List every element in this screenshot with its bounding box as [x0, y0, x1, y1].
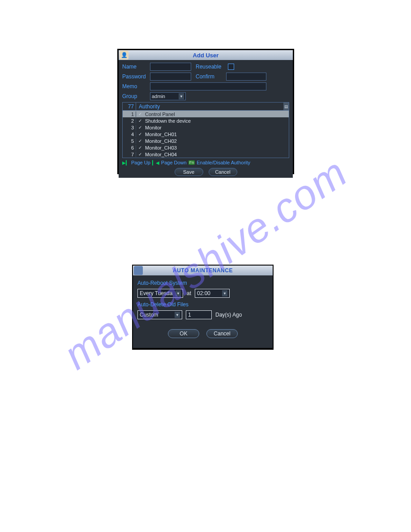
name-label: Name — [122, 64, 150, 70]
cancel-button[interactable]: Cancel — [206, 329, 238, 338]
auto-maint-title: AUTO MAINTENANCE — [133, 267, 273, 274]
dialog1-button-row: Save Cancel — [122, 168, 289, 176]
password-row: Password Confirm — [122, 73, 289, 81]
chevron-down-icon: ▼ — [175, 312, 180, 318]
authority-row-label: Monitor — [142, 125, 289, 130]
authority-table: 77 Authority ▤ 1✓Control Panel2✓Shutdown… — [122, 102, 289, 158]
authority-row[interactable]: 6✓Monitor_CH03 — [123, 144, 289, 151]
add-user-titlebar: 👤 Add User — [119, 50, 293, 60]
page-up-icon[interactable]: ▶▎ — [122, 160, 129, 165]
authority-header-label: Authority — [136, 103, 283, 110]
authority-row[interactable]: 7✓Monitor_CH04 — [123, 151, 289, 158]
authority-row[interactable]: 1✓Control Panel — [123, 111, 289, 117]
authority-row[interactable]: 4✓Monitor_CH01 — [123, 131, 289, 137]
authority-header: 77 Authority ▤ — [123, 103, 289, 111]
reuseable-checkbox[interactable] — [228, 64, 234, 70]
authority-row-checkbox[interactable]: ✓ — [136, 125, 142, 130]
memo-row: Memo — [122, 82, 289, 90]
dialog2-button-row: OK Cancel — [137, 329, 268, 338]
reboot-time-select[interactable]: 02:00 ▼ — [195, 289, 230, 298]
delete-mode-select[interactable]: Custom ▼ — [137, 310, 182, 319]
reuseable-label: Reuseable — [196, 64, 223, 70]
auto-maintenance-dialog: AUTO MAINTENANCE Auto-Reboot System Ever… — [132, 265, 274, 350]
reboot-row: Every Tuesda ▼ at 02:00 ▼ — [137, 289, 268, 298]
delete-days-input[interactable]: 1 — [186, 310, 212, 319]
authority-row-checkbox[interactable]: ✓ — [136, 118, 142, 123]
pager-row: ▶▎ Page Up ▎◀ Page Down Fn Enable/Disabl… — [122, 160, 289, 165]
page-up-label[interactable]: Page Up — [131, 160, 150, 165]
reboot-day-value: Every Tuesda — [140, 290, 172, 296]
cancel-button[interactable]: Cancel — [209, 168, 237, 176]
authority-row-number: 5 — [123, 138, 136, 144]
reboot-day-select[interactable]: Every Tuesda ▼ — [137, 289, 183, 298]
authority-row[interactable]: 5✓Monitor_CH02 — [123, 137, 289, 144]
memo-label: Memo — [122, 83, 150, 90]
authority-row-number: 6 — [123, 145, 136, 150]
authority-row-label: Control Panel — [142, 112, 289, 117]
authority-row-label: Monitor_CH03 — [142, 145, 289, 150]
auto-reboot-section-label: Auto-Reboot System — [137, 280, 268, 286]
days-ago-label: Day(s) Ago — [215, 312, 242, 318]
confirm-label: Confirm — [196, 73, 223, 80]
authority-row[interactable]: 3✓Monitor — [123, 124, 289, 131]
auto-maint-body: Auto-Reboot System Every Tuesda ▼ at 02:… — [133, 275, 273, 348]
authority-row-checkbox[interactable]: ✓ — [136, 152, 142, 157]
add-user-title: Add User — [119, 52, 293, 59]
scroll-indicator-icon[interactable]: ▤ — [283, 103, 289, 110]
authority-count: 77 — [123, 103, 136, 110]
save-button[interactable]: Save — [175, 168, 203, 176]
page-down-label[interactable]: Page Down — [161, 160, 187, 165]
add-user-body: Name Reuseable Password Confirm Memo Gro… — [119, 60, 293, 178]
authority-row-label: Shutdown the device — [142, 118, 289, 124]
group-value: admin — [152, 94, 165, 99]
delete-days-value: 1 — [188, 312, 191, 318]
authority-row[interactable]: 2✓Shutdown the device — [123, 117, 289, 124]
fn-key-icon: Fn — [188, 160, 195, 165]
authority-row-label: Monitor_CH04 — [142, 152, 289, 157]
authority-row-label: Monitor_CH01 — [142, 132, 289, 137]
authority-row-checkbox[interactable]: ✓ — [136, 138, 142, 143]
at-label: at — [187, 290, 191, 296]
authority-row-number: 7 — [123, 152, 136, 157]
password-input[interactable] — [150, 73, 191, 81]
delete-row: Custom ▼ 1 Day(s) Ago — [137, 310, 268, 319]
memo-input[interactable] — [150, 82, 266, 90]
group-label: Group — [122, 93, 150, 99]
chevron-down-icon: ▼ — [179, 93, 184, 99]
delete-mode-value: Custom — [140, 312, 158, 318]
name-row: Name Reuseable — [122, 63, 289, 71]
authority-row-checkbox[interactable]: ✓ — [136, 145, 142, 150]
name-input[interactable] — [150, 63, 191, 71]
auto-delete-section-label: Auto-Delete Old Files — [137, 301, 268, 308]
chevron-down-icon: ▼ — [176, 290, 181, 296]
authority-row-label: Monitor_CH02 — [142, 138, 289, 144]
page-down-icon[interactable]: ▎◀ — [152, 160, 159, 165]
authority-row-number: 3 — [123, 125, 136, 130]
confirm-input[interactable] — [226, 73, 266, 81]
group-select[interactable]: admin ▼ — [150, 92, 186, 100]
reboot-time-value: 02:00 — [197, 290, 210, 296]
authority-rows: 1✓Control Panel2✓Shutdown the device3✓Mo… — [123, 111, 289, 158]
auto-maint-titlebar: AUTO MAINTENANCE — [133, 266, 273, 275]
authority-row-checkbox[interactable]: ✓ — [136, 112, 142, 116]
group-row: Group admin ▼ — [122, 92, 289, 100]
enable-disable-label[interactable]: Enable/Disable Authority — [197, 160, 250, 165]
authority-row-number: 2 — [123, 118, 136, 124]
ok-button[interactable]: OK — [168, 329, 199, 338]
authority-row-number: 1 — [123, 112, 136, 117]
password-label: Password — [122, 73, 150, 80]
authority-row-number: 4 — [123, 132, 136, 137]
add-user-dialog: 👤 Add User Name Reuseable Password Confi… — [117, 49, 294, 174]
authority-row-checkbox[interactable]: ✓ — [136, 132, 142, 137]
chevron-down-icon: ▼ — [222, 290, 227, 296]
